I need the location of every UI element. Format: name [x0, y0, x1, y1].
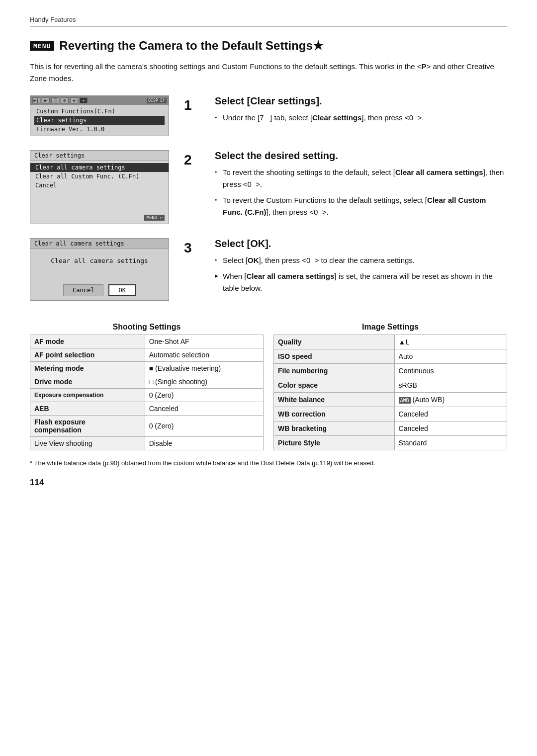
awb-badge: AWB	[399, 397, 411, 404]
table-row: Quality ▲L	[274, 335, 507, 349]
step-1-heading: Select [Clear settings].	[215, 95, 507, 107]
screen1-body: Custom Functions(C.Fn) Clear settings Fi…	[30, 105, 169, 136]
tables-header-row: Shooting Settings Image Settings	[30, 320, 507, 335]
table-row: WB correction Canceled	[274, 407, 507, 421]
icon1: ▶|	[32, 97, 40, 103]
screen2-row-1-selected: Clear all camera settings	[30, 163, 169, 172]
tables-section: Shooting Settings Image Settings AF mode…	[30, 320, 507, 450]
step-3-heading: Select [OK].	[215, 238, 507, 250]
screen2-row-2: Clear all Custom Func. (C.Fn)	[30, 172, 169, 181]
image-label-8: Picture Style	[274, 436, 395, 450]
table-row: AF point selection Automatic selection	[30, 348, 264, 362]
ok-button[interactable]: OK	[108, 284, 135, 296]
image-label-2: ISO speed	[274, 349, 395, 364]
step-3-bullets: Select [OK], then press <0 > to clear th…	[215, 254, 507, 294]
screen1-row-3: Firmware Ver. 1.0.0	[34, 125, 165, 134]
shooting-val-6: Canceled	[145, 402, 263, 416]
shooting-label-8: Live View shooting	[30, 437, 145, 450]
cancel-button[interactable]: Cancel	[63, 284, 103, 296]
screen2-row-3: Cancel	[30, 181, 169, 190]
image-val-4: sRGB	[394, 378, 507, 393]
steps-area: ▶| ▶ 三 ⚙ ◈ ★ DISP E† Custom Functions(C.…	[30, 95, 507, 315]
step-3-bullet-2: When [Clear all camera settings] is set,…	[215, 270, 507, 294]
image-header: Image Settings	[273, 320, 507, 335]
screen1-topbar: ▶| ▶ 三 ⚙ ◈ ★ DISP E†	[30, 96, 169, 105]
shooting-val-5: 0 (Zero)	[145, 389, 263, 402]
shooting-val-7: 0 (Zero)	[145, 416, 263, 437]
step-1-bullet-1: Under the [7 ] tab, select [Clear settin…	[215, 112, 507, 124]
header-section: Handy Features	[30, 15, 507, 27]
screen1-row-2-selected: Clear settings	[34, 116, 165, 125]
table-row: WB bracketing Canceled	[274, 421, 507, 436]
disp-badge: DISP E†	[147, 98, 167, 103]
table-row: AEB Canceled	[30, 402, 264, 416]
step-3-content: Select [OK]. Select [OK], then press <0 …	[215, 238, 507, 298]
image-label-3: File numbering	[274, 364, 395, 378]
step-1-row: ▶| ▶ 三 ⚙ ◈ ★ DISP E† Custom Functions(C.…	[30, 95, 507, 136]
page-title: Reverting the Camera to the Default Sett…	[59, 39, 323, 53]
shooting-label-6: AEB	[30, 402, 145, 416]
step-1-bullets: Under the [7 ] tab, select [Clear settin…	[215, 112, 507, 124]
table-row: Metering mode ■ (Evaluative metering)	[30, 362, 264, 375]
image-label-4: Color space	[274, 378, 395, 393]
step-1-number: 1	[184, 97, 200, 113]
table-row: Flash exposurecompensation 0 (Zero)	[30, 416, 264, 437]
table-row: AF mode One-Shot AF	[30, 335, 264, 348]
shooting-val-2: Automatic selection	[145, 348, 263, 362]
shooting-label-4: Drive mode	[30, 375, 145, 389]
image-label-1: Quality	[274, 335, 395, 349]
shooting-table: AF mode One-Shot AF AF point selection A…	[30, 335, 264, 450]
intro-text: This is for reverting all the camera's s…	[30, 61, 507, 84]
shooting-label-3: Metering mode	[30, 362, 145, 375]
step-2-row: Clear settings Clear all camera settings…	[30, 150, 507, 224]
step-2-bullet-2: To revert the Custom Functions to the de…	[215, 194, 507, 218]
icon2: ▶	[42, 97, 50, 103]
section-label: Handy Features	[30, 16, 76, 23]
image-label-5: White balance	[274, 393, 395, 407]
image-val-1: ▲L	[394, 335, 507, 349]
image-val-8: Standard	[394, 436, 507, 450]
step-3-number: 3	[184, 240, 200, 256]
page-number: 114	[30, 478, 507, 488]
shooting-label-7: Flash exposurecompensation	[30, 416, 145, 437]
icon6: ★	[80, 97, 88, 103]
screen2-body: Clear all camera settings Clear all Cust…	[30, 161, 169, 192]
image-val-7: Canceled	[394, 421, 507, 436]
shooting-label-1: AF mode	[30, 335, 145, 348]
image-label-7: WB bracketing	[274, 421, 395, 436]
step-2-bullets: To revert the shooting settings to the d…	[215, 167, 507, 218]
step-2-content: Select the desired setting. To revert th…	[215, 150, 507, 222]
screen3-buttons: Cancel OK	[30, 280, 169, 300]
table-row: Exposure compensation 0 (Zero)	[30, 389, 264, 402]
image-val-3: Continuous	[394, 364, 507, 378]
image-label-6: WB correction	[274, 407, 395, 421]
step-2-number: 2	[184, 152, 200, 168]
shooting-val-1: One-Shot AF	[145, 335, 263, 348]
menu-return-badge: MENU ↩	[144, 215, 165, 221]
image-val-5: AWB (Auto WB)	[394, 393, 507, 407]
screen2-title: Clear settings	[30, 151, 169, 161]
menu-badge: MENU	[30, 41, 54, 51]
step-2-bullet-1: To revert the shooting settings to the d…	[215, 167, 507, 190]
tables-row: AF mode One-Shot AF AF point selection A…	[30, 335, 507, 450]
shooting-label-2: AF point selection	[30, 348, 145, 362]
shooting-val-3: ■ (Evaluative metering)	[145, 362, 263, 375]
screen2: Clear settings Clear all camera settings…	[30, 150, 169, 224]
title-block: MENU Reverting the Camera to the Default…	[30, 39, 507, 53]
screen3-body: Clear all camera settings	[30, 249, 169, 270]
screen2-footer: MENU ↩	[30, 212, 169, 224]
table-row: Picture Style Standard	[274, 436, 507, 450]
icon5: ◈	[70, 97, 78, 103]
icon3: 三	[51, 97, 59, 103]
screen1-row-1: Custom Functions(C.Fn)	[34, 107, 165, 116]
icon4: ⚙	[61, 97, 69, 103]
image-val-2: Auto	[394, 349, 507, 364]
table-row: ISO speed Auto	[274, 349, 507, 364]
table-row: Drive mode □ (Single shooting)	[30, 375, 264, 389]
shooting-header: Shooting Settings	[30, 320, 264, 335]
table-row: Live View shooting Disable	[30, 437, 264, 450]
step-3-bullet-1: Select [OK], then press <0 > to clear th…	[215, 254, 507, 266]
shooting-val-8: Disable	[145, 437, 263, 450]
table-row: File numbering Continuous	[274, 364, 507, 378]
shooting-val-4: □ (Single shooting)	[145, 375, 263, 389]
